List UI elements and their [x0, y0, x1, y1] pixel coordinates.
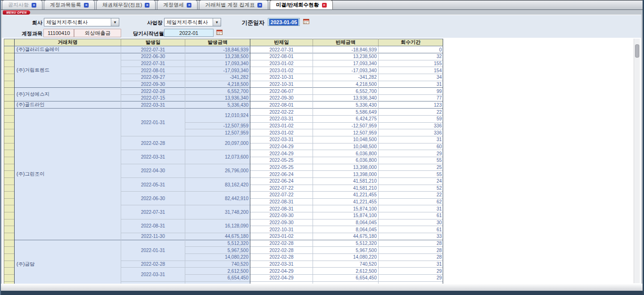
tab-채권채무장(전표)[interactable]: 채권채무장(전표)× — [96, 0, 156, 9]
cell-days[interactable]: 62 — [379, 198, 443, 205]
chevron-down-icon[interactable]: ▼ — [213, 18, 221, 26]
cell-rdate[interactable]: 2022-04-29 — [250, 143, 313, 150]
cell-odate[interactable]: 2022-01-31 — [121, 109, 185, 136]
cell-oamt[interactable]: 26,796,000 — [185, 164, 250, 177]
cell-ramt[interactable]: 12,507,959 — [313, 129, 379, 136]
cell-oamt[interactable]: 16,128,090 — [185, 219, 250, 233]
row-header-cell[interactable] — [4, 268, 15, 275]
cell-ramt[interactable]: -341,282 — [313, 74, 379, 81]
cell-days[interactable]: 0 — [379, 46, 443, 53]
cell-days[interactable]: 30 — [379, 219, 443, 226]
row-header-cell[interactable] — [4, 212, 15, 219]
cell-days[interactable]: 154 — [379, 67, 443, 74]
cell-days[interactable]: 59 — [379, 116, 443, 123]
cell-ramt[interactable]: 41,221,455 — [313, 192, 379, 199]
cell-rdate[interactable]: 2023-01-02 — [250, 67, 313, 74]
tab-미결/반제회수현황[interactable]: 미결/반제회수현황× — [270, 0, 332, 9]
cell-rdate[interactable]: 2022-05-25 — [250, 164, 313, 171]
col-header-2[interactable]: 발생금액 — [185, 39, 250, 46]
row-header-cell[interactable] — [4, 185, 15, 192]
cell-rdate[interactable]: 2022-04-29 — [250, 150, 313, 157]
cell-oamt[interactable]: 14,080,220 — [185, 253, 250, 261]
cell-days[interactable]: 61 — [379, 212, 443, 219]
cell-rdate[interactable]: 2022-09-30 — [250, 94, 313, 101]
cell-ramt[interactable]: 10,048,500 — [313, 143, 379, 150]
cell-rdate[interactable]: 2022-07-22 — [250, 185, 313, 192]
cell-days[interactable]: 31 — [379, 205, 443, 212]
cell-ramt[interactable]: 2,612,500 — [313, 268, 379, 275]
cell-odate[interactable]: 2022-06-30 — [121, 192, 185, 205]
cell-rdate[interactable]: 2022-02-28 — [250, 247, 313, 254]
cell-rdate[interactable]: 2023-01-02 — [250, 122, 313, 129]
row-header-cell[interactable] — [4, 53, 15, 60]
cell-ramt[interactable]: 6,654,450 — [313, 274, 379, 281]
cell-ramt[interactable]: 5,967,500 — [313, 247, 379, 254]
row-header-cell[interactable] — [4, 177, 15, 185]
cell-odate[interactable]: 2022-05-31 — [121, 177, 185, 191]
row-header-cell[interactable] — [4, 261, 15, 268]
cell-rdate[interactable]: 2023-01-02 — [250, 233, 313, 240]
tab-close-icon[interactable]: × — [187, 3, 191, 8]
row-header-cell[interactable] — [4, 192, 15, 199]
cell-days[interactable]: 123 — [379, 101, 443, 109]
cell-days[interactable]: 28 — [379, 253, 443, 261]
cell-days[interactable]: 336 — [379, 122, 443, 129]
tab-close-icon[interactable]: × — [32, 3, 36, 8]
cell-days[interactable]: 99 — [379, 88, 443, 95]
cell-rdate[interactable]: 2022-10-31 — [250, 81, 313, 88]
cell-odate[interactable]: 2022-08-31 — [121, 219, 185, 233]
site-select[interactable]: 제일저지주식회사 ▼ — [164, 18, 221, 26]
cell-days[interactable]: 22 — [379, 192, 443, 199]
cell-ramt[interactable]: 41,581,210 — [313, 185, 379, 192]
cell-ramt[interactable]: 41,221,455 — [313, 198, 379, 205]
calendar-icon[interactable] — [303, 18, 309, 24]
row-header-cell[interactable] — [4, 219, 15, 226]
cell-ramt[interactable]: 13,936,340 — [313, 94, 379, 101]
cell-odate[interactable]: 2022-03-31 — [121, 101, 185, 109]
row-header-cell[interactable] — [4, 109, 15, 116]
cell-oamt[interactable]: 5,336,430 — [185, 101, 250, 109]
cell-name[interactable]: (주)금담 — [15, 240, 121, 284]
col-header-4[interactable]: 반제금액 — [313, 39, 379, 46]
menu-open-button[interactable]: MENU OPEN — [3, 10, 30, 15]
cell-odate[interactable]: 2022-02-28 — [121, 261, 185, 268]
cell-oamt[interactable]: 20,097,000 — [185, 136, 250, 150]
cell-rdate[interactable]: 2022-08-01 — [250, 101, 313, 109]
cell-oamt[interactable]: 12,010,924 — [185, 109, 250, 122]
cell-name[interactable]: (주)그린조이 — [15, 109, 121, 240]
row-header-cell[interactable] — [4, 101, 15, 109]
cell-odate[interactable]: 2022-02-28 — [121, 136, 185, 150]
cell-oamt[interactable]: 12,073,600 — [185, 150, 250, 164]
cell-rdate[interactable]: 2022-06-07 — [250, 88, 313, 95]
cell-odate[interactable]: 2022-07-31 — [121, 205, 185, 219]
cell-odate[interactable]: 2022-08-01 — [121, 67, 185, 74]
cell-oamt[interactable]: 12,507,959 — [185, 129, 250, 136]
cell-odate[interactable]: 2022-11-30 — [121, 233, 185, 240]
cell-oamt[interactable]: 13,936,340 — [185, 94, 250, 101]
cell-rdate[interactable]: 2022-07-22 — [250, 192, 313, 199]
tab-거래처별 계정 집계표[interactable]: 거래처별 계정 집계표× — [199, 0, 268, 9]
cell-days[interactable]: 52 — [379, 185, 443, 192]
cell-odate[interactable]: 2022-04-30 — [121, 164, 185, 177]
col-header-0[interactable]: 거래처명 — [15, 39, 121, 46]
cell-rdate[interactable]: 2022-09-30 — [250, 219, 313, 226]
row-header-cell[interactable] — [4, 247, 15, 254]
cell-ramt[interactable]: 6,036,800 — [313, 150, 379, 157]
cell-rdate[interactable]: 2023-01-02 — [250, 129, 313, 136]
tab-close-icon[interactable]: × — [84, 3, 89, 8]
col-header-1[interactable]: 발생일 — [121, 39, 185, 46]
cell-odate[interactable]: 2022-09-27 — [121, 74, 185, 81]
cell-ramt[interactable]: 13,238,500 — [313, 53, 379, 60]
cell-rdate[interactable]: 2022-03-31 — [250, 261, 313, 268]
cell-days[interactable]: 60 — [379, 143, 443, 150]
cell-days[interactable]: 34 — [379, 74, 443, 81]
cell-odate[interactable]: 2022-07-15 — [121, 94, 185, 101]
cell-days[interactable]: 29 — [379, 274, 443, 281]
cell-oamt[interactable]: 4,218,500 — [185, 81, 250, 88]
row-header-cell[interactable] — [4, 122, 15, 129]
cell-oamt[interactable]: -12,507,959 — [185, 122, 250, 129]
tab-close-icon[interactable]: × — [322, 3, 327, 8]
vertical-scrollbar-thumb[interactable] — [635, 44, 639, 58]
period-start-field[interactable]: 2022-01 — [164, 29, 214, 37]
cell-ramt[interactable]: -12,507,959 — [313, 122, 379, 129]
